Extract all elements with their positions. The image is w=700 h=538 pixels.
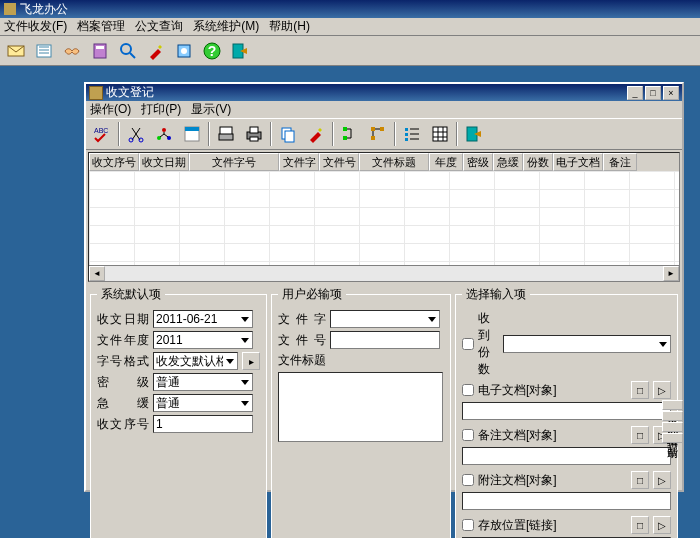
data-grid[interactable]: 收文序号收文日期文件字号文件字文件号文件标题年度密级急缓份数电子文档备注 ◄ ► bbox=[88, 152, 680, 282]
svg-rect-30 bbox=[371, 136, 375, 140]
menu-help[interactable]: 帮助(H) bbox=[269, 18, 310, 35]
exit2-icon[interactable] bbox=[460, 121, 488, 147]
edoc-check[interactable] bbox=[462, 384, 474, 396]
handshake-icon[interactable] bbox=[58, 38, 86, 64]
grid-col-4[interactable]: 文件号 bbox=[319, 153, 359, 171]
help-icon[interactable]: ? bbox=[198, 38, 226, 64]
year-select[interactable] bbox=[153, 331, 253, 349]
bak-check[interactable] bbox=[462, 429, 474, 441]
wjh-input[interactable] bbox=[330, 331, 440, 349]
grid-col-3[interactable]: 文件字 bbox=[279, 153, 319, 171]
seq-input[interactable] bbox=[153, 415, 253, 433]
maximize-button[interactable]: □ bbox=[645, 86, 661, 100]
book-icon[interactable] bbox=[86, 38, 114, 64]
bak-label: 备注文档[对象] bbox=[478, 427, 627, 444]
window-icon bbox=[89, 86, 103, 100]
menu-archive[interactable]: 档案管理 bbox=[77, 18, 125, 35]
child-menu-op[interactable]: 操作(O) bbox=[90, 101, 131, 118]
wjh-label: 文件号 bbox=[278, 332, 326, 349]
menu-file[interactable]: 文件收发(F) bbox=[4, 18, 67, 35]
node-icon[interactable] bbox=[150, 121, 178, 147]
scroll-left-button[interactable]: ◄ bbox=[89, 266, 105, 281]
tools-icon[interactable] bbox=[142, 38, 170, 64]
scroll-track[interactable] bbox=[105, 266, 663, 281]
fmt-select[interactable] bbox=[153, 352, 238, 370]
grid-col-7[interactable]: 密级 bbox=[463, 153, 493, 171]
svg-rect-20 bbox=[219, 134, 233, 140]
app-menubar: 文件收发(F) 档案管理 公文查询 系统维护(M) 帮助(H) bbox=[0, 18, 700, 36]
copies-select[interactable] bbox=[503, 335, 671, 353]
grid-col-1[interactable]: 收文日期 bbox=[139, 153, 189, 171]
minimize-button[interactable]: _ bbox=[627, 86, 643, 100]
menu-system[interactable]: 系统维护(M) bbox=[193, 18, 259, 35]
child-titlebar: 收文登记 _ □ × bbox=[86, 84, 682, 101]
grid-col-9[interactable]: 份数 bbox=[523, 153, 553, 171]
attach-btn1[interactable]: □ bbox=[631, 471, 649, 489]
attach-input[interactable] bbox=[462, 492, 671, 510]
urgent-select[interactable] bbox=[153, 394, 253, 412]
edoc-btn2[interactable]: ▷ bbox=[653, 381, 671, 399]
svg-rect-22 bbox=[250, 127, 258, 133]
grid-header: 收文序号收文日期文件字号文件字文件号文件标题年度密级急缓份数电子文档备注 bbox=[89, 153, 679, 171]
date-label: 收文日期 bbox=[97, 311, 149, 328]
tree1-icon[interactable] bbox=[336, 121, 364, 147]
grid-col-11[interactable]: 备注 bbox=[603, 153, 637, 171]
grid-col-6[interactable]: 年度 bbox=[429, 153, 463, 171]
grid-col-2[interactable]: 文件字号 bbox=[189, 153, 279, 171]
wjbt-textarea[interactable] bbox=[278, 372, 443, 442]
svg-rect-4 bbox=[96, 46, 104, 49]
menu-query[interactable]: 公文查询 bbox=[135, 18, 183, 35]
side-tab-3[interactable]: 帮助 bbox=[662, 433, 683, 443]
wjz-select[interactable] bbox=[330, 310, 440, 328]
exit-icon[interactable] bbox=[226, 38, 254, 64]
required-legend: 用户必输项 bbox=[278, 286, 346, 303]
grid-col-10[interactable]: 电子文档 bbox=[553, 153, 603, 171]
grid-col-0[interactable]: 收文序号 bbox=[89, 153, 139, 171]
scroll-right-button[interactable]: ► bbox=[663, 266, 679, 281]
loc-check[interactable] bbox=[462, 519, 474, 531]
side-tab-2[interactable]: 编辑 bbox=[662, 422, 683, 432]
tree2-icon[interactable] bbox=[364, 121, 392, 147]
form-icon[interactable] bbox=[178, 121, 206, 147]
search-icon[interactable] bbox=[114, 38, 142, 64]
edoc-label: 电子文档[对象] bbox=[478, 382, 627, 399]
side-tab-0[interactable]: 单位 bbox=[662, 400, 683, 410]
svg-text:?: ? bbox=[208, 43, 217, 59]
mail-icon[interactable] bbox=[2, 38, 30, 64]
grid-col-8[interactable]: 急缓 bbox=[493, 153, 523, 171]
grid-scrollbar[interactable]: ◄ ► bbox=[89, 265, 679, 281]
folder-icon[interactable] bbox=[30, 38, 58, 64]
printer-icon[interactable] bbox=[240, 121, 268, 147]
list-icon[interactable] bbox=[398, 121, 426, 147]
fmt-more-button[interactable]: ▸ bbox=[242, 352, 260, 370]
config-icon[interactable] bbox=[170, 38, 198, 64]
copy-icon[interactable] bbox=[274, 121, 302, 147]
optional-legend: 选择输入项 bbox=[462, 286, 530, 303]
date-select[interactable] bbox=[153, 310, 253, 328]
grid-body[interactable] bbox=[89, 171, 679, 265]
svg-rect-33 bbox=[405, 138, 408, 141]
side-tab-1[interactable]: 批办 bbox=[662, 411, 683, 421]
child-menu-view[interactable]: 显示(V) bbox=[191, 101, 231, 118]
cut-icon[interactable] bbox=[122, 121, 150, 147]
grid-col-5[interactable]: 文件标题 bbox=[359, 153, 429, 171]
child-menu-print[interactable]: 打印(P) bbox=[141, 101, 181, 118]
grid-icon[interactable] bbox=[426, 121, 454, 147]
secret-select[interactable] bbox=[153, 373, 253, 391]
tools2-icon[interactable] bbox=[302, 121, 330, 147]
edoc-btn1[interactable]: □ bbox=[631, 381, 649, 399]
edoc-input[interactable] bbox=[462, 402, 671, 420]
loc-btn2[interactable]: ▷ bbox=[653, 516, 671, 534]
urgent-label: 急 缓 bbox=[97, 395, 149, 412]
abc-check-icon[interactable]: ABC bbox=[88, 121, 116, 147]
print-preview-icon[interactable] bbox=[212, 121, 240, 147]
loc-btn1[interactable]: □ bbox=[631, 516, 649, 534]
bak-input[interactable] bbox=[462, 447, 671, 465]
close-button[interactable]: × bbox=[663, 86, 679, 100]
copies-check[interactable] bbox=[462, 338, 474, 350]
attach-btn2[interactable]: ▷ bbox=[653, 471, 671, 489]
bak-btn1[interactable]: □ bbox=[631, 426, 649, 444]
seq-label: 收文序号 bbox=[97, 416, 149, 433]
defaults-legend: 系统默认项 bbox=[97, 286, 165, 303]
attach-check[interactable] bbox=[462, 474, 474, 486]
